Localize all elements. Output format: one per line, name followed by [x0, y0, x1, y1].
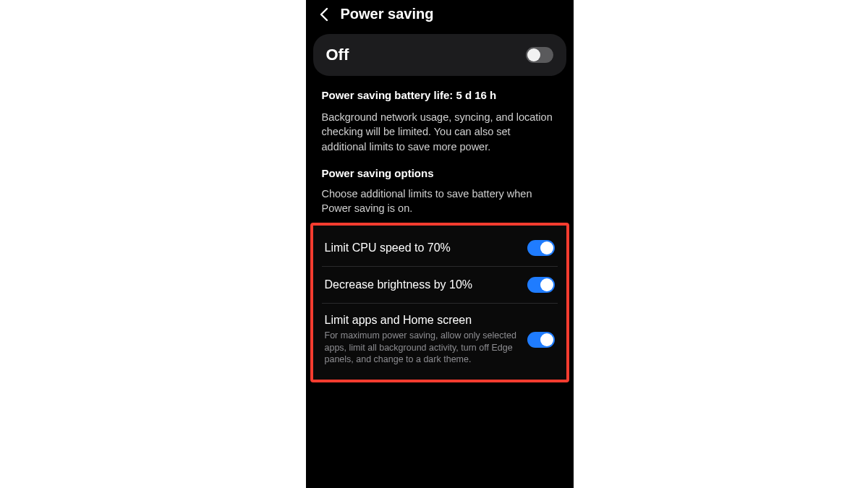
option-decrease-brightness[interactable]: Decrease brightness by 10%	[322, 266, 558, 303]
power-saving-description: Background network usage, syncing, and l…	[322, 110, 558, 154]
battery-life-estimate: Power saving battery life: 5 d 16 h	[322, 89, 558, 101]
option-text: Limit apps and Home screen For maximum p…	[325, 314, 527, 365]
options-header: Power saving options	[322, 167, 558, 179]
option-text: Limit CPU speed to 70%	[325, 241, 527, 254]
decrease-brightness-toggle[interactable]	[527, 277, 555, 293]
option-label: Limit CPU speed to 70%	[325, 241, 519, 254]
option-label: Decrease brightness by 10%	[325, 278, 519, 291]
info-section: Power saving battery life: 5 d 16 h Back…	[306, 76, 574, 215]
option-sublabel: For maximum power saving, allow only sel…	[325, 330, 519, 365]
toggle-knob	[540, 333, 553, 346]
option-limit-apps[interactable]: Limit apps and Home screen For maximum p…	[322, 303, 558, 375]
back-icon[interactable]	[316, 7, 332, 22]
option-label: Limit apps and Home screen	[325, 314, 519, 327]
power-saving-toggle[interactable]	[526, 47, 553, 63]
option-text: Decrease brightness by 10%	[325, 278, 527, 291]
limit-apps-toggle[interactable]	[527, 332, 555, 348]
toggle-knob	[540, 278, 553, 291]
power-saving-state-label: Off	[326, 46, 349, 64]
power-saving-master-toggle-row[interactable]: Off	[313, 34, 566, 76]
toggle-knob	[527, 48, 540, 61]
limit-cpu-toggle[interactable]	[527, 240, 555, 256]
options-highlight-box: Limit CPU speed to 70% Decrease brightne…	[310, 223, 569, 382]
phone-screen: Power saving Off Power saving battery li…	[306, 0, 574, 488]
toggle-knob	[540, 241, 553, 254]
header-bar: Power saving	[306, 0, 574, 30]
page-title: Power saving	[341, 6, 434, 22]
option-limit-cpu[interactable]: Limit CPU speed to 70%	[322, 230, 558, 266]
options-description: Choose additional limits to save battery…	[322, 187, 558, 216]
